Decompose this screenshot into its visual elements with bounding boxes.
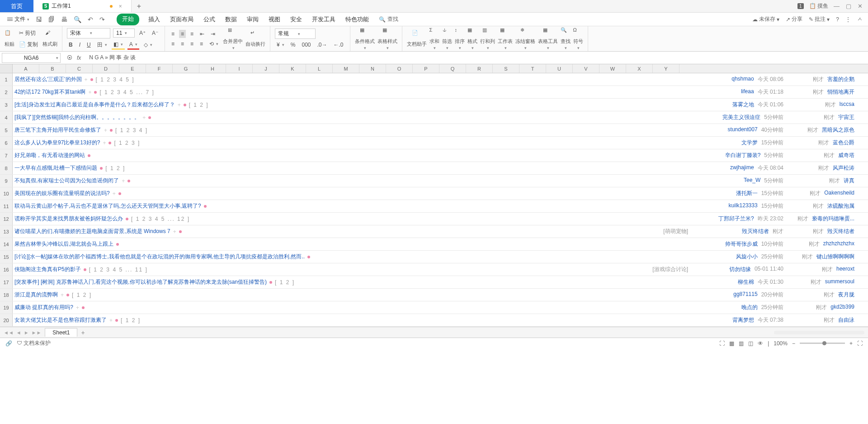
filter-button[interactable]: ⫝筛选 bbox=[442, 27, 452, 50]
post-title[interactable]: 居然还有这么'三观正'的外国 bbox=[14, 76, 82, 83]
view-normal-icon[interactable]: ⛶ bbox=[719, 340, 725, 347]
reply-user-link[interactable]: 夜月胧 bbox=[838, 291, 854, 299]
find-button[interactable]: 🔍查找 bbox=[561, 27, 571, 50]
view-read-icon[interactable]: 👁 bbox=[758, 340, 763, 347]
author-link[interactable]: 完美主义强迫症 bbox=[722, 114, 760, 121]
zoom-slider[interactable] bbox=[800, 343, 845, 344]
fx-icon[interactable]: fx bbox=[77, 55, 81, 61]
post-title[interactable]: 诸位喵星人的们,有喵撒娇的主题电脑桌面背景,系统是 Windows 7 bbox=[14, 228, 170, 235]
row-header[interactable]: 7 bbox=[0, 149, 13, 162]
wrap-button[interactable]: ↵自动换行 bbox=[245, 30, 265, 48]
view-grid-icon[interactable]: ▦ bbox=[729, 340, 734, 347]
author-link[interactable]: 潘托斯一 bbox=[736, 190, 758, 197]
protect-status[interactable]: 🛡 文档未保护 bbox=[17, 339, 51, 347]
post-title[interactable]: [我疯了][突然炼铜]我特么的宛柱啊。。。。。。。。 bbox=[14, 114, 140, 121]
ribbon-tab-4[interactable]: 数据 bbox=[224, 14, 238, 25]
category-tag[interactable]: [萌萌宠物] bbox=[663, 228, 688, 235]
col-header-Q[interactable]: Q bbox=[439, 64, 466, 73]
author-link[interactable]: 晚点的 bbox=[741, 304, 758, 311]
page-links[interactable]: [ 1 2 3 4 ] bbox=[115, 127, 148, 133]
reply-user-link[interactable]: 浓硫酸泡属 bbox=[827, 202, 854, 210]
col-header-M[interactable]: M bbox=[333, 64, 359, 73]
align-left-icon[interactable]: ≡ bbox=[170, 40, 176, 48]
col-header-Y[interactable]: Y bbox=[653, 64, 679, 73]
fill-color-icon[interactable]: ◧ bbox=[112, 40, 125, 50]
author-link[interactable]: 毁灭终结者 bbox=[742, 228, 769, 235]
increase-indent-icon[interactable]: ⇥ bbox=[209, 30, 217, 38]
reply-user-link[interactable]: 黑暗风之原色 bbox=[822, 126, 854, 134]
row-header[interactable]: 16 bbox=[0, 263, 13, 276]
sort-button[interactable]: ↕排序 bbox=[455, 27, 465, 50]
sheet-first-icon[interactable]: ◄◄ bbox=[4, 330, 14, 335]
reply-user-link[interactable]: summersoul bbox=[825, 278, 854, 286]
col-header-W[interactable]: W bbox=[599, 64, 626, 73]
col-header-G[interactable]: G bbox=[173, 64, 199, 73]
col-header-F[interactable]: F bbox=[146, 64, 173, 73]
reply-user-link[interactable]: 风声松涛 bbox=[833, 164, 854, 172]
close-tab-icon[interactable]: × bbox=[119, 3, 122, 10]
ribbon-tab-7[interactable]: 安全 bbox=[289, 14, 303, 25]
align-right-icon[interactable]: ≡ bbox=[189, 40, 195, 48]
symbol-button[interactable]: Ω符号 bbox=[573, 27, 583, 50]
col-header-U[interactable]: U bbox=[546, 64, 573, 73]
skin-label[interactable]: 📋 摸鱼 bbox=[809, 2, 828, 10]
post-title[interactable]: 不知真假,有家瑞士公司因为公知造谣倒闭了 bbox=[14, 177, 119, 185]
reply-user-link[interactable]: gkd2b399 bbox=[830, 304, 854, 311]
print-icon[interactable]: 🖶 bbox=[60, 15, 68, 24]
ribbon-tab-3[interactable]: 公式 bbox=[203, 14, 216, 25]
merge-button[interactable]: ⊞合并居中 bbox=[223, 27, 243, 50]
target-icon[interactable]: ⦿ bbox=[67, 55, 72, 61]
row-header[interactable]: 12 bbox=[0, 213, 13, 225]
sum-button[interactable]: Σ求和 bbox=[429, 27, 439, 50]
cut-button[interactable]: ✂ 剪切 bbox=[17, 29, 40, 38]
new-tab-button[interactable]: + bbox=[132, 0, 146, 12]
col-header-P[interactable]: P bbox=[413, 64, 439, 73]
post-title[interactable]: 一大早有点感慨,吐槽一下感情问题 bbox=[14, 164, 97, 172]
post-title[interactable]: [突发事件] [树洞] 克苏鲁神话入门,看完这个视频,你可以初步地了解克苏鲁神话… bbox=[14, 278, 267, 286]
row-header[interactable]: 3 bbox=[0, 99, 13, 111]
reply-user-link[interactable]: Oakensheild bbox=[824, 190, 854, 197]
col-header-D[interactable]: D bbox=[93, 64, 119, 73]
ribbon-tab-6[interactable]: 视图 bbox=[268, 14, 281, 25]
row-header[interactable]: 10 bbox=[0, 187, 13, 200]
conditional-format-button[interactable]: ▦条件格式 bbox=[355, 27, 375, 50]
post-title[interactable]: 联动马云黄山那个帖子,马云也不是退休了吗,怎么还天天管阿里大小事,返聘了? bbox=[14, 202, 201, 210]
post-title[interactable]: [讨论][水一帖]媒体在吹的那个福西博士,我看他也就是个在政坛混的开的御用专家啊… bbox=[14, 253, 305, 261]
search-button[interactable]: 🔍 查找 bbox=[379, 15, 398, 23]
reply-user-link[interactable]: lsccsa bbox=[840, 101, 854, 109]
col-header-X[interactable]: X bbox=[626, 64, 653, 73]
tab-home[interactable]: 首页 bbox=[0, 0, 33, 12]
author-link[interactable]: kuilk123333 bbox=[729, 202, 758, 210]
ribbon-tab-8[interactable]: 开发工具 bbox=[311, 14, 336, 25]
post-title[interactable]: 唐三笔下主角开始用平民生命修炼了 bbox=[14, 126, 101, 134]
author-link[interactable]: qhshmao bbox=[731, 76, 754, 83]
reply-user-link[interactable]: 悄悄地离开 bbox=[827, 88, 854, 96]
name-box[interactable]: NGA6 ▾ bbox=[2, 53, 61, 63]
ribbon-tab-0[interactable]: 开始 bbox=[117, 14, 139, 25]
doc-helper-button[interactable]: 📄文档助手 bbox=[407, 30, 427, 48]
italic-icon[interactable]: I bbox=[77, 41, 82, 49]
maximize-icon[interactable]: ▢ bbox=[846, 3, 851, 10]
col-header-E[interactable]: E bbox=[119, 64, 146, 73]
border-icon[interactable]: 田 bbox=[95, 40, 109, 50]
col-header-J[interactable]: J bbox=[253, 64, 279, 73]
author-link[interactable]: 帅哥哥张步威 bbox=[725, 240, 758, 248]
col-header-N[interactable]: N bbox=[359, 64, 386, 73]
author-link[interactable]: 丁邢邱子兰米? bbox=[718, 215, 754, 223]
increase-decimal-icon[interactable]: .0→ bbox=[315, 41, 329, 49]
redo-icon[interactable]: ↷ bbox=[99, 15, 106, 24]
sheet-last-icon[interactable]: ►► bbox=[32, 330, 42, 335]
font-select[interactable]: 宋体▾ bbox=[67, 28, 110, 38]
add-sheet-button[interactable]: + bbox=[81, 329, 85, 336]
row-header[interactable]: 11 bbox=[0, 200, 13, 212]
reply-user-link[interactable]: zhzhzhzhzhx bbox=[823, 240, 854, 248]
font-color-icon[interactable]: A bbox=[127, 40, 139, 50]
post-title[interactable]: 好兄弟嘞，有无看动漫的网站 bbox=[14, 152, 85, 159]
view-layout-icon[interactable]: ◫ bbox=[748, 340, 753, 347]
save-as-icon[interactable]: 🗐 bbox=[47, 15, 56, 24]
category-tag[interactable]: [游戏综合讨论] bbox=[652, 266, 688, 273]
reply-user-link[interactable]: 蓝色公爵 bbox=[833, 139, 854, 147]
ribbon-tab-1[interactable]: 插入 bbox=[147, 14, 161, 25]
page-links[interactable]: [ 1 2 ] bbox=[189, 102, 209, 108]
file-menu[interactable]: 文件 ▾ bbox=[5, 15, 31, 23]
